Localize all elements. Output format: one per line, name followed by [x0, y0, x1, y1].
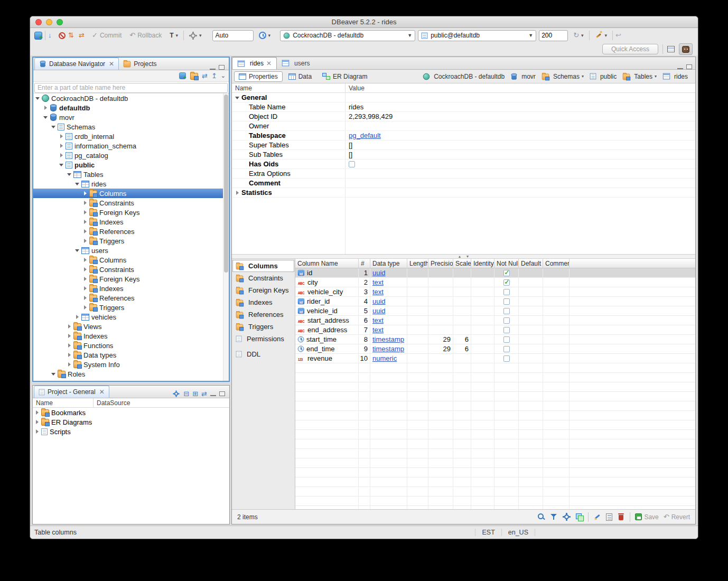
disconnect-icon[interactable] [59, 32, 66, 39]
tree-item-defaultdb[interactable]: defaultdb [33, 103, 229, 113]
cell-ordinal[interactable]: 4 [359, 297, 370, 306]
subtab-properties[interactable]: Properties [234, 71, 283, 82]
refresh-button[interactable]: ↻ ▾ [571, 30, 586, 41]
cell-precision[interactable] [428, 287, 453, 296]
cell-precision[interactable] [428, 325, 453, 334]
column-row-vehicle-id[interactable]: vehicle_id5uuid [295, 306, 695, 316]
tree-item-information-schema[interactable]: information_schema [33, 141, 229, 151]
delete-row-icon[interactable] [617, 513, 625, 521]
cell-length[interactable] [407, 278, 428, 287]
data-type-link[interactable]: uuid [372, 269, 386, 277]
view-menu-icon[interactable]: ⌄ [221, 72, 226, 79]
property-value[interactable]: [] [346, 140, 695, 149]
column-header-name[interactable]: Name [33, 398, 94, 407]
rollback-button[interactable]: ↶ Rollback [127, 30, 164, 41]
cell-not-null[interactable] [494, 268, 519, 277]
cell-data-type[interactable]: numeric [370, 354, 407, 363]
property-row-has-oids[interactable]: Has Oids [232, 160, 695, 169]
column-row-rider-id[interactable]: rider_id4uuid [295, 297, 695, 306]
data-type-link[interactable]: text [372, 288, 384, 296]
editor-tab-rides[interactable]: rides✕ [232, 57, 277, 69]
column-row-revenue[interactable]: revenue10numeric [295, 354, 695, 363]
detail-tab-columns[interactable]: Columns [232, 260, 294, 272]
cell-ordinal[interactable]: 1 [359, 268, 370, 277]
cell-not-null[interactable] [494, 306, 519, 315]
expand-all-icon[interactable]: ⊞ [192, 390, 198, 398]
grid-header-comment[interactable]: Comment [543, 259, 570, 268]
cell-data-type[interactable]: timestamp [370, 335, 407, 344]
cell-column-name[interactable]: end_address [295, 325, 359, 334]
table-filter-input[interactable] [34, 83, 228, 93]
expand-twistie-icon[interactable] [75, 314, 80, 320]
cell-default[interactable] [519, 287, 543, 296]
not-null-checkbox[interactable] [503, 289, 510, 295]
cell-ordinal[interactable]: 2 [359, 278, 370, 287]
project-item-er-diagrams[interactable]: ER Diagrams [33, 417, 229, 427]
detail-tab-indexes[interactable]: Indexes [232, 296, 294, 308]
cell-comment[interactable] [543, 306, 570, 315]
cell-identity[interactable] [471, 278, 494, 287]
breadcrumb-item-public[interactable]: public [587, 72, 619, 81]
expand-twistie-icon[interactable] [67, 324, 72, 329]
cell-identity[interactable] [471, 268, 494, 277]
property-row-tablespace[interactable]: Tablespacepg_default [232, 131, 695, 140]
property-value[interactable]: pg_default [346, 131, 695, 140]
cell-precision[interactable]: 29 [428, 335, 453, 344]
property-value[interactable] [346, 169, 695, 178]
tree-item-rides[interactable]: rides [33, 179, 229, 189]
column-row-start-time[interactable]: start_time8timestamp296 [295, 335, 695, 344]
cell-not-null[interactable] [494, 335, 519, 344]
cell-length[interactable] [407, 268, 428, 277]
transaction-log-icon[interactable]: ⇅ [68, 32, 76, 40]
tree-item-triggers[interactable]: Triggers [33, 236, 229, 246]
grid-header-column-name[interactable]: Column Name [295, 259, 359, 268]
refresh-schedule-button[interactable]: ▾ [256, 30, 274, 41]
tree-item-columns[interactable]: Columns [33, 189, 229, 198]
breadcrumb-item-movr[interactable]: movr [508, 72, 538, 81]
data-type-link[interactable]: text [372, 316, 384, 324]
column-row-end-address[interactable]: end_address7text [295, 325, 695, 335]
expand-twistie-icon[interactable] [83, 200, 88, 205]
not-null-checkbox[interactable] [503, 346, 510, 352]
cell-column-name[interactable]: revenue [295, 354, 359, 363]
tree-item-triggers[interactable]: Triggers [33, 303, 229, 312]
cell-column-name[interactable]: vehicle_id [295, 306, 359, 315]
transfer-icon[interactable]: ⇄ [79, 32, 87, 40]
tree-item-roles[interactable]: Roles [33, 369, 229, 379]
detail-tab-references[interactable]: References [232, 308, 294, 321]
cell-data-type[interactable]: uuid [370, 297, 407, 306]
tree-item-movr[interactable]: movr [33, 113, 229, 122]
tree-item-indexes[interactable]: Indexes [33, 217, 229, 227]
maximize-view-icon[interactable] [219, 65, 225, 70]
not-null-checkbox[interactable] [503, 327, 510, 333]
cell-length[interactable] [407, 287, 428, 296]
column-row-end-time[interactable]: end_time9timestamp296 [295, 344, 695, 354]
cell-column-name[interactable]: vehicle_city [295, 287, 359, 296]
not-null-checkbox[interactable] [503, 270, 510, 276]
sql-generator-button[interactable]: ▾ [592, 30, 610, 41]
tree-item-indexes[interactable]: Indexes [33, 331, 229, 341]
transaction-mode-button[interactable]: T ▾ [167, 30, 181, 41]
link-with-editor-icon[interactable]: ⇄ [201, 390, 207, 398]
cell-data-type[interactable]: text [370, 316, 407, 325]
cell-scale[interactable] [453, 306, 471, 315]
expand-twistie-icon[interactable] [83, 267, 88, 272]
cell-column-name[interactable]: start_time [295, 335, 359, 344]
dbeaver-perspective-button[interactable] [679, 43, 693, 55]
tree-item-references[interactable]: References [33, 227, 229, 236]
link-with-editor-icon[interactable]: ⇄ [202, 72, 208, 80]
tree-item-references[interactable]: References [33, 293, 229, 303]
expand-twistie-icon[interactable] [235, 190, 240, 195]
cell-precision[interactable] [428, 316, 453, 325]
cell-not-null[interactable] [494, 344, 519, 353]
properties-column-name[interactable]: Name [232, 83, 346, 92]
expand-twistie-icon[interactable] [83, 238, 88, 243]
collapse-twistie-icon[interactable] [51, 124, 57, 129]
cell-column-name[interactable]: city [295, 278, 359, 287]
cell-comment[interactable] [543, 297, 570, 306]
property-value-link[interactable]: pg_default [349, 132, 381, 139]
cell-precision[interactable] [428, 297, 453, 306]
cell-identity[interactable] [471, 306, 494, 315]
cell-scale[interactable]: 6 [453, 344, 471, 353]
splitter-down-icon[interactable]: ▼ [466, 255, 470, 258]
